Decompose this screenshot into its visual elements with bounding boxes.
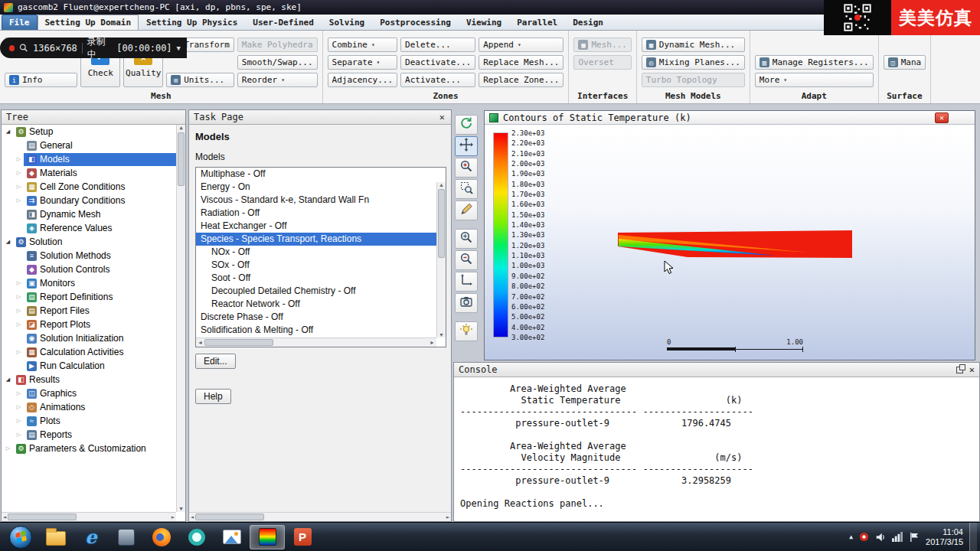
tree-item-report-plots[interactable]: ▷◪Report Plots (2, 318, 176, 331)
replace-zone-button[interactable]: Replace Zone... (479, 73, 564, 87)
expanded-arrow-icon[interactable]: ◢ (3, 129, 13, 135)
combine-button[interactable]: Combine▾ (328, 37, 397, 52)
tree-item-models[interactable]: ▷◧Models (2, 152, 176, 166)
lights-button[interactable] (455, 321, 478, 341)
start-button[interactable] (3, 525, 38, 549)
network-icon[interactable] (892, 532, 903, 542)
tab-user-defined[interactable]: User-Defined (245, 15, 321, 30)
tree-item-reference-values[interactable]: ◈Reference Values (2, 221, 176, 235)
tab-file[interactable]: File (2, 15, 38, 30)
expanded-arrow-icon[interactable]: ◢ (3, 239, 13, 245)
tree-item-animations[interactable]: ▷◇Animations (2, 400, 176, 414)
collapsed-arrow-icon[interactable]: ▷ (14, 156, 24, 162)
mana-button[interactable]: ◫Mana (884, 55, 926, 70)
tree-item-setup[interactable]: ◢⚙Setup (2, 125, 176, 139)
models-vertical-scrollbar[interactable]: ▲▼ (436, 182, 446, 337)
tab-design[interactable]: Design (565, 15, 611, 30)
tray-expand-arrow-icon[interactable]: ▲ (849, 533, 853, 540)
model-item-heat-exchanger-off[interactable]: Heat Exchanger - Off (196, 220, 436, 233)
edit-button[interactable]: Edit... (195, 354, 236, 369)
delete-button[interactable]: Delete... (400, 37, 475, 52)
tree-item-solution-methods[interactable]: ≡Solution Methods (2, 249, 176, 262)
graphics-canvas[interactable]: 2.30e+032.20e+032.10e+032.00e+031.90e+03… (485, 126, 975, 360)
axes-button[interactable] (455, 272, 478, 292)
scroll-down-arrow-icon[interactable]: ▼ (179, 506, 182, 512)
scrollbar-thumb[interactable] (178, 132, 185, 186)
expanded-arrow-icon[interactable]: ◢ (3, 377, 13, 383)
smooth-swap-button[interactable]: Smooth/Swap... (237, 55, 318, 70)
models-horizontal-scrollbar[interactable]: ◄► (196, 337, 436, 347)
console-undock-icon[interactable] (956, 367, 963, 373)
deactivate-button[interactable]: Deactivate... (400, 55, 475, 70)
collapsed-arrow-icon[interactable]: ▷ (3, 445, 13, 452)
scroll-right-arrow-icon[interactable]: ► (430, 340, 435, 345)
snapshot-button[interactable] (455, 293, 478, 313)
tree-item-solution-initialization[interactable]: ◉Solution Initialization (2, 331, 176, 345)
tree-item-graphics[interactable]: ▷◫Graphics (2, 386, 176, 400)
scroll-right-arrow-icon[interactable]: ► (172, 514, 175, 520)
tree-item-report-files[interactable]: ▷▤Report Files (2, 304, 176, 318)
tab-viewing[interactable]: Viewing (459, 15, 509, 30)
tree-item-calculation-activities[interactable]: ▷▦Calculation Activities (2, 345, 176, 359)
tree-item-plots[interactable]: ▷≈Plots (2, 414, 176, 428)
info-button[interactable]: iInfo (5, 73, 77, 87)
model-item-viscous-standard-k-e-standard-wall-fn[interactable]: Viscous - Standard k-e, Standard Wall Fn (196, 194, 436, 207)
task-page-close-icon[interactable]: ✕ (438, 112, 446, 122)
volume-icon[interactable] (875, 532, 886, 543)
model-item-radiation-off[interactable]: Radiation - Off (196, 207, 436, 220)
scroll-up-arrow-icon[interactable]: ▲ (439, 182, 444, 187)
tree-item-solution[interactable]: ◢⚙Solution (2, 235, 176, 249)
zoom-in-button[interactable] (455, 158, 478, 178)
pan-button[interactable] (455, 136, 478, 156)
zoom-out-button[interactable] (455, 250, 478, 270)
help-button[interactable]: Help (195, 389, 231, 404)
tab-setting-up-physics[interactable]: Setting Up Physics (139, 15, 245, 30)
taskbar-app-ring-button[interactable] (179, 525, 214, 549)
scrollbar-thumb[interactable] (438, 189, 445, 258)
taskbar-folder-explorer-button[interactable] (38, 525, 74, 549)
manage-registers-button[interactable]: ▥Manage Registers... (755, 55, 874, 70)
model-item-decoupled-detailed-chemistry-off[interactable]: Decoupled Detailed Chemistry - Off (196, 285, 436, 298)
tree-item-boundary-conditions[interactable]: ▷⇉Boundary Conditions (2, 194, 176, 207)
tree-vertical-scrollbar[interactable]: ▲▼ (176, 125, 185, 512)
model-item-nox-off[interactable]: NOx - Off (196, 246, 436, 259)
tree-item-monitors[interactable]: ▷▣Monitors (2, 276, 176, 290)
replace-mesh-button[interactable]: Replace Mesh... (479, 55, 564, 70)
rotate-button[interactable] (455, 115, 478, 135)
collapsed-arrow-icon[interactable]: ▷ (14, 308, 24, 314)
tree-horizontal-scrollbar[interactable]: ◄► (2, 512, 176, 521)
adjacency-button[interactable]: Adjacency... (328, 73, 397, 87)
scrollbar-thumb[interactable] (204, 339, 273, 346)
scroll-right-arrow-icon[interactable]: ► (446, 514, 449, 520)
model-item-solidification-melting-off[interactable]: Solidification & Melting - Off (196, 324, 436, 337)
tab-parallel[interactable]: Parallel (509, 15, 565, 30)
reorder-button[interactable]: Reorder▾ (237, 73, 318, 87)
collapsed-arrow-icon[interactable]: ▷ (14, 321, 24, 328)
collapsed-arrow-icon[interactable]: ▷ (14, 280, 24, 286)
tray-recorder-icon[interactable] (859, 532, 869, 542)
collapsed-arrow-icon[interactable]: ▷ (14, 197, 24, 204)
tree-item-materials[interactable]: ▷◆Materials (2, 166, 176, 180)
scrollbar-thumb[interactable] (195, 514, 264, 520)
tab-postprocessing[interactable]: Postprocessing (372, 15, 459, 30)
scrollbar-thumb[interactable] (8, 514, 77, 520)
tree-item-parameters-customization[interactable]: ▷⚙Parameters & Customization (2, 442, 176, 455)
model-item-soot-off[interactable]: Soot - Off (196, 272, 436, 285)
model-item-multiphase-off[interactable]: Multiphase - Off (196, 168, 436, 181)
activate-button[interactable]: Activate... (400, 73, 475, 87)
tab-solving[interactable]: Solving (322, 15, 372, 30)
collapsed-arrow-icon[interactable]: ▷ (14, 170, 24, 176)
collapsed-arrow-icon[interactable]: ▷ (14, 432, 24, 438)
more-button[interactable]: More▾ (755, 73, 874, 87)
scroll-left-arrow-icon[interactable]: ◄ (198, 340, 203, 345)
separate-button[interactable]: Separate▾ (328, 55, 397, 70)
tree-item-run-calculation[interactable]: ▶Run Calculation (2, 359, 176, 373)
model-item-species-species-transport-reactions[interactable]: Species - Species Transport, Reactions (196, 233, 436, 246)
show-desktop-button[interactable] (969, 523, 977, 551)
tab-setting-up-domain[interactable]: Setting Up Domain (38, 15, 139, 30)
collapsed-arrow-icon[interactable]: ▷ (14, 349, 24, 355)
tree-item-cell-zone-conditions[interactable]: ▷▦Cell Zone Conditions (2, 180, 176, 194)
model-item-reactor-network-off[interactable]: Reactor Network - Off (196, 298, 436, 311)
model-item-energy-on[interactable]: Energy - On (196, 181, 436, 194)
taskbar-powerpoint-button[interactable] (285, 525, 320, 549)
